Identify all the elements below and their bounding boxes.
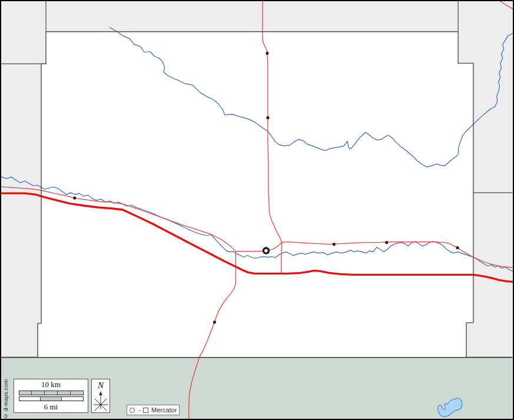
attribution: © d-maps.com (2, 375, 9, 419)
town-dot (213, 321, 216, 324)
town-dot (385, 241, 388, 244)
projection-box: → Mercator (127, 405, 180, 415)
map-canvas (1, 1, 513, 419)
county-fill (38, 32, 473, 358)
scale-km-bar (19, 391, 84, 395)
scale-mi-segment (19, 397, 40, 401)
scale-km-segment (57, 391, 70, 395)
projection-name: Mercator (151, 406, 177, 414)
county-seat-layer (263, 248, 268, 253)
scale-km-segment (44, 391, 57, 395)
projection-square-icon (143, 408, 148, 413)
scale-mi-bar (19, 396, 84, 401)
town-dot (333, 243, 336, 246)
scale-km-segment (70, 391, 83, 395)
projection-circle-icon (130, 408, 135, 413)
scale-bar-box: 10 km 6 mi (14, 379, 88, 413)
north-arrow-box: N (91, 379, 110, 413)
north-label: N (98, 381, 104, 390)
scale-mi-label: 6 mi (44, 403, 58, 411)
north-arrow-icon (92, 390, 110, 412)
scale-km-segment (19, 391, 32, 395)
scale-km-label: 10 km (41, 381, 61, 389)
scale-mi-segment (40, 397, 61, 401)
town-dot (267, 117, 270, 120)
scale-mi-segment (61, 397, 82, 401)
scale-km-segment (31, 391, 44, 395)
town-dot (73, 197, 76, 200)
town-dot (456, 246, 459, 249)
county-seat-marker (263, 248, 268, 253)
town-dot (266, 52, 269, 55)
projection-arrow-icon: → (136, 407, 142, 413)
map-page: 10 km 6 mi N → Mercator © d-maps.com (0, 0, 514, 420)
